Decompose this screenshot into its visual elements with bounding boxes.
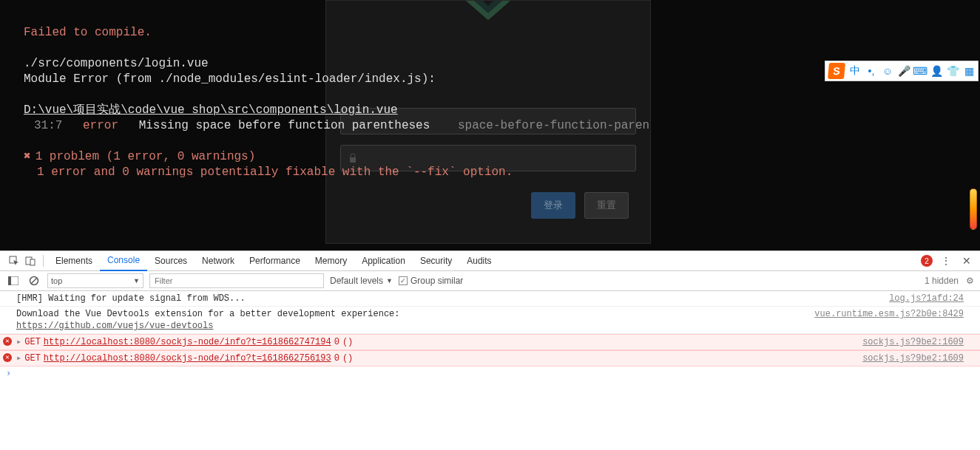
group-label: Group similar <box>410 276 463 286</box>
tab-security[interactable]: Security <box>413 251 459 271</box>
error-file: ./src/components/login.vue <box>24 56 209 72</box>
expand-arrow-icon[interactable]: ▸ <box>16 352 21 364</box>
ime-skin-icon[interactable]: 👕 <box>947 65 959 77</box>
tab-performance[interactable]: Performance <box>242 251 308 271</box>
log-levels-select[interactable]: Default levels ▼ <box>330 276 393 286</box>
ime-punct-icon[interactable]: •, <box>865 65 877 77</box>
tab-memory[interactable]: Memory <box>308 251 354 271</box>
tab-network[interactable]: Network <box>195 251 242 271</box>
cross-icon: ✖ <box>24 150 31 163</box>
error-message: Missing space before function parenthese… <box>139 119 430 132</box>
error-level: error <box>83 119 118 132</box>
ime-keyboard-icon[interactable]: ⌨ <box>914 65 926 77</box>
http-method: GET <box>24 352 41 364</box>
tab-application[interactable]: Application <box>354 251 413 271</box>
tab-elements[interactable]: Elements <box>48 251 100 271</box>
ime-lang-toggle[interactable]: 中 <box>849 65 861 77</box>
clear-console-icon[interactable] <box>27 273 41 288</box>
hidden-count[interactable]: 1 hidden <box>925 276 959 286</box>
execution-context-select[interactable]: top▼ <box>47 273 143 288</box>
log-source-link[interactable]: sockjs.js?9be2:1609 <box>862 352 964 364</box>
console-output: [HMR] Waiting for update signal from WDS… <box>0 291 980 450</box>
devtools-link[interactable]: https://github.com/vuejs/vue-devtools <box>16 321 213 331</box>
vue-logo <box>455 1 521 23</box>
devtools-panel: Elements Console Sources Network Perform… <box>0 250 980 450</box>
error-path: D:\vue\项目实战\code\vue_shop\src\components… <box>24 103 398 118</box>
status-text: () <box>342 352 353 364</box>
ime-toolbar[interactable]: S 中 •, ☺ 🎤 ⌨ 👤 👕 ▦ <box>825 61 979 81</box>
devtools-tabbar: Elements Console Sources Network Perform… <box>0 251 980 271</box>
console-sidebar-toggle-icon[interactable] <box>6 273 21 288</box>
scroll-indicator[interactable] <box>970 188 977 230</box>
levels-label: Default levels <box>330 276 383 286</box>
checkbox-checked-icon: ✓ <box>399 276 408 285</box>
expand-arrow-icon[interactable]: ▸ <box>16 336 21 348</box>
devtools-close-icon[interactable]: ✕ <box>959 255 974 267</box>
page-error-overlay: 登录 重置 Failed to compile. ./src/component… <box>0 0 980 250</box>
login-button-bg: 登录 <box>531 192 575 219</box>
console-prompt[interactable]: › <box>0 367 980 380</box>
sogou-logo-icon[interactable]: S <box>828 63 845 79</box>
svg-rect-2 <box>350 157 356 163</box>
console-error-row: ✕ ▸ GET http://localhost:8080/sockjs-nod… <box>0 334 980 350</box>
status-code: 0 <box>334 352 339 364</box>
ime-toolbox-icon[interactable]: ▦ <box>963 65 975 77</box>
context-value: top <box>51 276 62 285</box>
error-count-badge[interactable]: 2 <box>921 255 933 267</box>
error-heading: Failed to compile. <box>24 25 152 41</box>
http-method: GET <box>24 336 41 348</box>
lock-icon <box>348 153 357 163</box>
svg-line-9 <box>31 278 37 284</box>
console-log-row: Download the Vue Devtools extension for … <box>0 307 980 334</box>
chevron-down-icon: ▼ <box>386 277 393 284</box>
log-text: Download the Vue Devtools extension for … <box>16 309 399 319</box>
error-icon: ✕ <box>3 337 12 346</box>
console-filter-input[interactable] <box>149 273 324 288</box>
inspect-element-icon[interactable] <box>6 253 22 269</box>
status-text: () <box>342 336 353 348</box>
error-url-link[interactable]: http://localhost:8080/sockjs-node/info?t… <box>44 336 331 348</box>
ime-face-icon[interactable]: ☺ <box>882 65 893 77</box>
reset-button-bg: 重置 <box>584 192 629 219</box>
svg-rect-5 <box>30 259 35 265</box>
error-summary: 1 problem (1 error, 0 warnings) <box>36 150 256 163</box>
error-summary-line: ✖1 problem (1 error, 0 warnings) <box>24 149 255 165</box>
error-rule: space-before-function-paren <box>458 119 649 132</box>
log-source-link[interactable]: log.js?1afd:24 <box>889 293 964 304</box>
ime-mic-icon[interactable]: 🎤 <box>898 65 910 77</box>
tab-console[interactable]: Console <box>100 251 147 271</box>
chevron-down-icon: ▼ <box>133 277 140 284</box>
svg-rect-7 <box>8 276 11 285</box>
tab-audits[interactable]: Audits <box>459 251 499 271</box>
devtools-menu-icon[interactable]: ⋮ <box>939 255 953 267</box>
console-log-row: [HMR] Waiting for update signal from WDS… <box>0 291 980 307</box>
error-fixable: 1 error and 0 warnings potentially fixab… <box>37 165 513 180</box>
device-toolbar-icon[interactable] <box>22 253 38 269</box>
error-linecol: 31:7 <box>34 119 62 132</box>
log-source-link[interactable]: vue.runtime.esm.js?2b0e:8429 <box>814 308 964 332</box>
log-source-link[interactable]: sockjs.js?9be2:1609 <box>862 336 964 348</box>
error-url-link[interactable]: http://localhost:8080/sockjs-node/info?t… <box>44 352 331 364</box>
error-detail-line: 31:7 error Missing space before function… <box>24 118 649 134</box>
console-toolbar: top▼ Default levels ▼ ✓ Group similar 1 … <box>0 271 980 291</box>
group-similar-checkbox[interactable]: ✓ Group similar <box>399 276 463 286</box>
console-settings-icon[interactable]: ⚙ <box>966 276 974 286</box>
tab-sources[interactable]: Sources <box>147 251 195 271</box>
log-text: [HMR] Waiting for update signal from WDS… <box>16 293 246 304</box>
ime-user-icon[interactable]: 👤 <box>930 65 942 77</box>
error-module: Module Error (from ./node_modules/eslint… <box>24 72 436 87</box>
error-icon: ✕ <box>3 353 12 362</box>
status-code: 0 <box>334 336 339 348</box>
console-error-row: ✕ ▸ GET http://localhost:8080/sockjs-nod… <box>0 350 980 367</box>
